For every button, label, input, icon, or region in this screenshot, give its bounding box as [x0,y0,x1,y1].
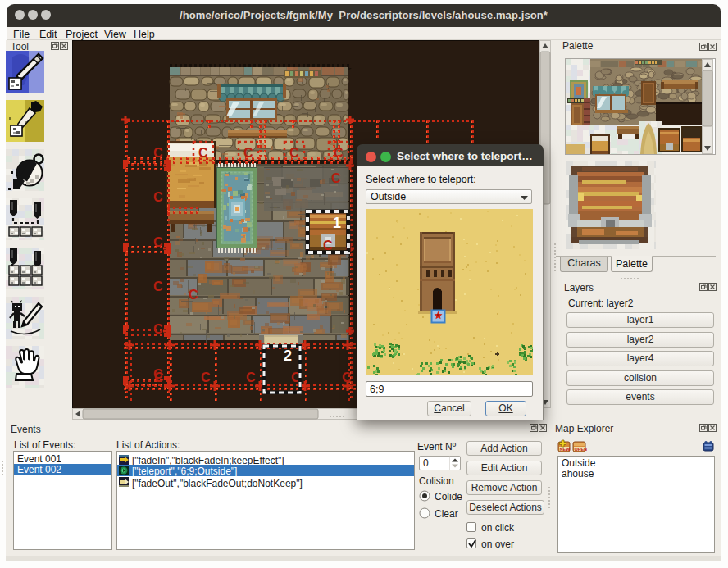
svg-text:C: C [201,370,211,384]
svg-text:C: C [154,370,164,384]
svg-text:C: C [189,288,198,302]
svg-text:C: C [342,370,352,384]
svg-text:NEW: NEW [560,447,571,452]
svg-text:C: C [289,146,299,160]
svg-text:C: C [334,146,344,160]
svg-text:1: 1 [333,215,341,231]
svg-text:C: C [153,279,163,293]
svg-text:C: C [153,322,163,336]
svg-text:C: C [198,146,208,160]
svg-text:C: C [323,239,333,252]
svg-text:C: C [243,146,253,160]
svg-text:C: C [153,235,163,249]
svg-text:OPEN: OPEN [575,447,588,452]
svg-text:C: C [153,146,163,160]
svg-text:C: C [331,171,341,185]
svg-text:C: C [246,370,256,384]
svg-text:C: C [153,190,163,204]
svg-text:2: 2 [284,348,292,364]
